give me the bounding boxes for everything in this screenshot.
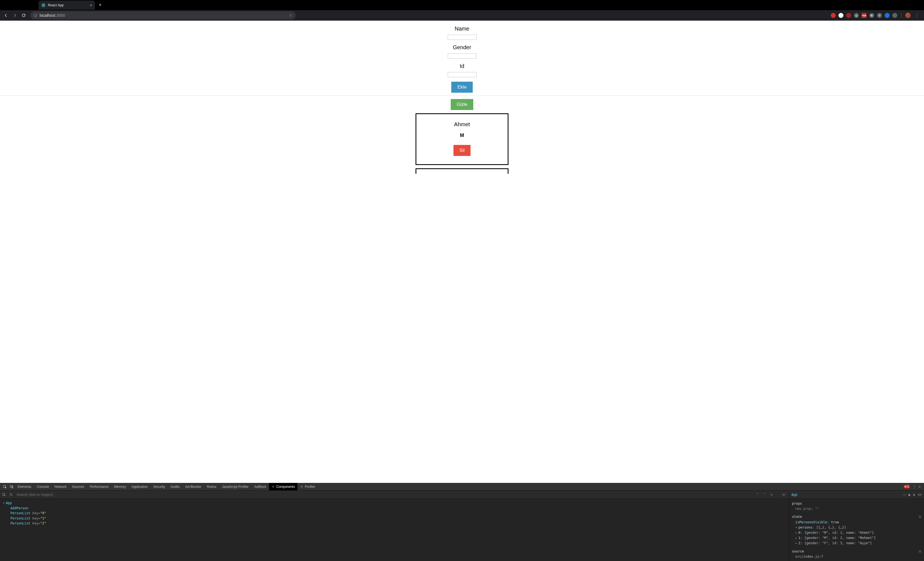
source-value[interactable]: src/index.js:7 — [795, 555, 823, 558]
back-button[interactable] — [2, 12, 10, 19]
reload-button[interactable] — [20, 12, 27, 19]
devtools-menu-icon[interactable]: ⋮ — [913, 485, 916, 489]
gender-input[interactable] — [448, 53, 477, 58]
inspect-dom-icon[interactable]: ◉ — [908, 493, 910, 496]
search-icon — [9, 493, 14, 496]
new-tab-button[interactable]: + — [95, 0, 106, 10]
browser-toolbar: localhost:3000 ☆ ◎ YAB ⛨ V ⋮ — [0, 10, 924, 21]
extension-icons: ◎ YAB ⛨ V ⋮ — [831, 13, 922, 18]
copy-icon[interactable]: ⧉ — [919, 514, 921, 519]
tree-node[interactable]: PersonList — [10, 516, 30, 520]
id-label: Id — [0, 63, 924, 69]
devtools-tab[interactable]: Network — [52, 483, 69, 490]
props-newprop-key[interactable]: new prop — [795, 507, 811, 511]
device-toolbar-icon[interactable] — [8, 483, 15, 490]
bookmark-star-icon[interactable]: ☆ — [289, 13, 292, 18]
address-bar[interactable]: localhost:3000 ☆ — [30, 11, 296, 20]
tree-node[interactable]: PersonList — [10, 521, 30, 525]
log-icon[interactable]: ✸ — [913, 493, 915, 496]
tree-node[interactable]: AddPerson — [10, 506, 28, 510]
prev-match-icon[interactable]: ˄ — [755, 492, 760, 496]
extension-icon[interactable] — [892, 13, 897, 18]
devtools-tab[interactable]: Sources — [69, 483, 87, 490]
react-favicon-icon — [41, 3, 46, 8]
extension-icon[interactable] — [838, 13, 843, 18]
next-match-icon[interactable]: ˅ — [762, 492, 767, 496]
error-count-badge[interactable]: ✖ 1 — [904, 485, 910, 488]
extension-icon[interactable] — [846, 13, 851, 18]
state-value: [{…}, {…}, {…}] — [816, 525, 846, 530]
clear-search-icon[interactable]: × — [769, 492, 774, 496]
extension-icon[interactable] — [831, 13, 836, 18]
devtools-tab[interactable]: Performance — [87, 483, 111, 490]
devtools-tab[interactable]: Console — [34, 483, 52, 490]
caret-right-icon[interactable]: ▸ — [795, 531, 797, 535]
suspend-icon[interactable]: ◌ — [904, 493, 906, 496]
extension-icon[interactable] — [885, 13, 890, 18]
close-tab-icon[interactable]: × — [90, 3, 92, 8]
inspect-element-icon[interactable] — [2, 483, 8, 490]
name-label: Name — [0, 26, 924, 32]
devtools-close-icon[interactable]: × — [919, 485, 921, 489]
id-input[interactable] — [448, 72, 477, 77]
react-icon: ⚛ — [300, 485, 303, 489]
state-key[interactable]: persons — [798, 525, 812, 530]
devtools-tab[interactable]: Audits — [168, 483, 182, 490]
copy-icon[interactable]: ⧉ — [919, 549, 921, 554]
svg-point-13 — [783, 494, 784, 495]
section-props: props — [792, 501, 802, 506]
svg-point-11 — [10, 494, 12, 495]
svg-rect-9 — [12, 486, 13, 488]
devtools-tab[interactable]: JavaScript Profiler — [219, 483, 251, 490]
toggle-visibility-button[interactable]: Gizle — [451, 99, 474, 110]
view-source-icon[interactable]: <> — [918, 493, 922, 496]
section-state: state — [792, 514, 802, 519]
svg-point-3 — [43, 4, 44, 5]
tree-search-input[interactable] — [16, 492, 753, 496]
browser-tab-strip: React App × + — [0, 0, 924, 10]
extension-icon[interactable]: YAB — [862, 13, 867, 18]
devtools-tab[interactable]: AdBlock — [251, 483, 269, 490]
divider — [0, 95, 924, 96]
devtools-tabbar: ElementsConsoleNetworkSourcesPerformance… — [0, 483, 924, 490]
add-person-form: Name Gender Id Ekle — [0, 21, 924, 93]
props-newprop-value[interactable]: "" — [815, 507, 819, 511]
extension-icon[interactable]: V — [877, 13, 882, 18]
settings-gear-icon[interactable] — [782, 493, 787, 496]
extension-icon[interactable]: ⛨ — [869, 13, 874, 18]
select-element-icon[interactable] — [2, 493, 7, 496]
devtools-tab[interactable]: Ad-Blocker — [183, 483, 204, 490]
devtools-tab-profiler[interactable]: ⚛ Profiler — [297, 483, 318, 490]
tree-node[interactable]: App — [6, 501, 12, 505]
svg-line-12 — [12, 495, 12, 496]
state-value: {gender: "F", id: 3, name: "Ayşe"} — [804, 541, 872, 545]
delete-button[interactable]: Sil — [453, 145, 471, 156]
site-info-icon[interactable] — [33, 14, 38, 17]
caret-right-icon[interactable]: ▸ — [795, 536, 797, 540]
devtools-tab[interactable]: Elements — [15, 483, 34, 490]
devtools-tab-components[interactable]: ⚛ Components — [269, 483, 297, 490]
devtools-tab[interactable]: Application — [129, 483, 150, 490]
tree-node[interactable]: PersonList — [10, 511, 30, 515]
component-tree[interactable]: ▾AppAddPersonPersonList key="0"PersonLis… — [0, 499, 789, 528]
caret-right-icon[interactable]: ▸ — [795, 541, 797, 545]
gender-label: Gender — [0, 44, 924, 51]
browser-tab-active[interactable]: React App × — [39, 0, 95, 10]
devtools-tab[interactable]: Redux — [204, 483, 219, 490]
caret-down-icon[interactable]: ▾ — [795, 525, 797, 530]
person-card: Ahmet M Sil — [416, 113, 508, 165]
devtools-panel: ElementsConsoleNetworkSourcesPerformance… — [0, 483, 924, 561]
state-key[interactable]: isPersonsVisible — [795, 520, 827, 524]
profile-avatar[interactable] — [905, 13, 911, 18]
extension-icon[interactable]: ◎ — [854, 13, 859, 18]
devtools-tab[interactable]: Security — [150, 483, 168, 490]
url-text: localhost:3000 — [40, 13, 65, 18]
selected-component-name: App — [792, 493, 798, 496]
add-button[interactable]: Ekle — [451, 82, 472, 93]
state-value[interactable]: true — [831, 520, 839, 524]
caret-down-icon[interactable]: ▾ — [3, 501, 4, 505]
name-input[interactable] — [448, 34, 477, 40]
devtools-tab[interactable]: Memory — [111, 483, 129, 490]
chrome-menu-icon[interactable]: ⋮ — [914, 13, 920, 18]
forward-button[interactable] — [11, 12, 19, 19]
